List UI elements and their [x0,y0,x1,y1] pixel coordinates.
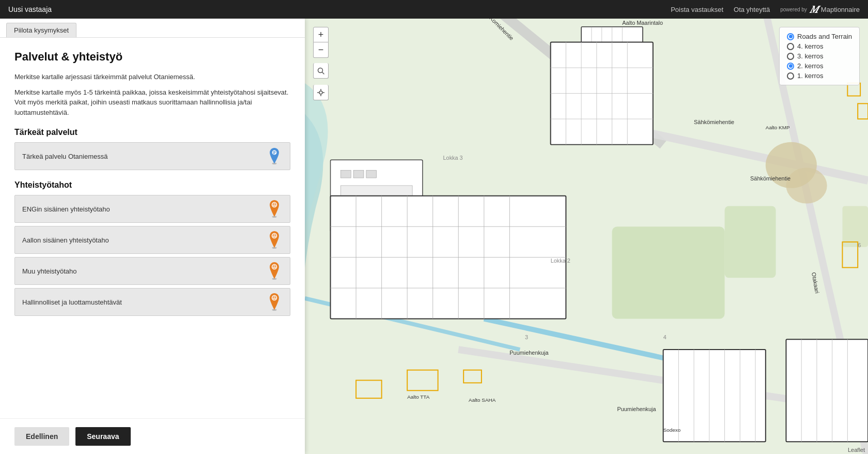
partner-items-container: ENGin sisäinen yhteistyötaho Aallon sisä… [14,195,290,316]
prev-button[interactable]: Edellinen [14,427,69,446]
partners-section-title: Yhteistyötahot [14,180,290,190]
tab-bar: Piilota kysymykset [0,19,305,38]
layer-radio [787,53,794,60]
contact-link[interactable]: Ota yhteyttä [734,6,770,13]
layer-option[interactable]: 4. kerros [787,42,852,50]
brand-name: Maptionnaire [821,6,860,13]
map-area[interactable]: Aalto Maarintalo Sähkömiehentie Sähkömie… [305,19,868,454]
layer-label: 1. kerros [797,72,824,80]
svg-text:Sähkömiehentie: Sähkömiehentie [694,119,734,125]
svg-rect-4 [273,154,275,154]
partner-item[interactable]: ENGin sisäinen yhteistyötaho [14,195,290,223]
left-panel: Piilota kysymykset Palvelut & yhteistyö … [0,19,305,454]
leaflet-credit: Leaflet [848,447,865,453]
navbar-right: Poista vastaukset Ota yhteyttä powered b… [671,4,860,16]
hide-questions-tab[interactable]: Piilota kysymykset [6,23,76,37]
svg-rect-32 [842,206,868,247]
layer-label: 2. kerros [797,62,824,70]
zoom-in-button[interactable]: + [313,27,329,42]
svg-rect-28 [612,226,725,319]
svg-text:Aalto KMP: Aalto KMP [766,125,790,130]
svg-point-100 [319,91,322,94]
partner-item-icon [266,232,283,248]
svg-text:3: 3 [525,334,528,340]
app-title: Uusi vastaaja [8,5,52,13]
layer-option[interactable]: 3. kerros [787,52,852,60]
zoom-controls: + − [313,27,329,58]
partner-item-icon [266,294,283,310]
powered-by-text: powered by [780,7,807,12]
svg-point-20 [274,296,275,297]
svg-rect-40 [340,170,351,178]
panel-desc-2: Merkitse kartalle myös 1-5 tärkeintä pai… [14,87,290,118]
partner-item-label: Hallinnolliset ja luottamustehtävät [22,298,122,306]
svg-text:Aalto Maarintalo: Aalto Maarintalo [622,20,663,26]
main-area: Piilota kysymykset Palvelut & yhteistyö … [0,19,868,454]
layer-radio [787,43,794,50]
partner-item-icon [266,263,283,279]
svg-point-12 [274,234,275,235]
partner-item[interactable]: Muu yhteistyötaho [14,257,290,285]
panel-title: Palvelut & yhteistyö [14,50,290,64]
svg-rect-42 [366,170,377,178]
svg-text:Puumiehenkuja: Puumiehenkuja [617,406,656,412]
layer-label: 3. kerros [797,52,824,60]
svg-rect-3 [273,152,275,153]
svg-text:Sodexo: Sodexo [663,427,681,433]
search-button[interactable] [313,63,329,79]
partner-item-label: Muu yhteistyötaho [22,267,77,275]
svg-rect-71 [786,339,868,442]
layer-radio [787,33,794,40]
layer-option[interactable]: Roads and Terrain [787,33,852,40]
svg-text:Aalto TTA: Aalto TTA [407,394,429,400]
locate-button[interactable] [313,85,329,100]
layer-label: Roads and Terrain [797,33,852,40]
service-item-icon [266,148,283,164]
panel-content: Palvelut & yhteistyö Merkitse kartalle a… [0,38,305,418]
panel-footer: Edellinen Seuraava [0,418,305,454]
partner-item[interactable]: Aallon sisäinen yhteistyötaho [14,226,290,254]
svg-text:Sähkömiehentie: Sähkömiehentie [750,175,791,181]
svg-text:6: 6 [858,242,861,248]
next-button[interactable]: Seuraava [75,427,130,446]
service-item[interactable]: Tärkeä palvelu Otaniemessä [14,142,290,170]
svg-text:4: 4 [663,334,667,340]
remove-answers-link[interactable]: Poista vastaukset [671,6,723,13]
svg-rect-29 [725,206,776,278]
services-section-title: Tärkeät palvelut [14,128,290,137]
layer-option[interactable]: 2. kerros [787,62,852,70]
svg-rect-2 [273,151,275,152]
layer-radio [787,72,794,80]
layer-radio [787,63,794,70]
svg-point-8 [274,203,275,204]
svg-rect-41 [353,170,364,178]
svg-text:Lokka 3: Lokka 3 [443,155,463,161]
layer-option[interactable]: 1. kerros [787,72,852,80]
svg-line-99 [322,72,324,74]
svg-text:Puumiehenkuja: Puumiehenkuja [509,350,549,356]
svg-point-16 [274,265,275,266]
partner-item-label: ENGin sisäinen yhteistyötaho [22,205,110,213]
layer-label: 4. kerros [797,42,824,50]
brand-icon: 𝑀 [810,4,818,16]
navbar: Uusi vastaaja Poista vastaukset Ota yhte… [0,0,868,19]
service-item-label: Tärkeä palvelu Otaniemessä [22,153,107,160]
svg-text:Lokka 2: Lokka 2 [551,258,570,264]
partner-item-label: Aallon sisäinen yhteistyötaho [22,236,109,244]
layer-options: Roads and Terrain 4. kerros 3. kerros 2.… [787,33,852,80]
partner-item[interactable]: Hallinnolliset ja luottamustehtävät [14,288,290,316]
svg-text:Aalto SAHA: Aalto SAHA [469,397,496,403]
brand: powered by 𝑀 Maptionnaire [780,4,860,16]
svg-point-31 [786,168,827,203]
panel-desc-1: Merkitse kartalle arjessasi tärkeimmät p… [14,72,290,82]
layer-control: Roads and Terrain 4. kerros 3. kerros 2.… [779,27,860,85]
zoom-out-button[interactable]: − [313,42,329,58]
partner-item-icon [266,201,283,217]
